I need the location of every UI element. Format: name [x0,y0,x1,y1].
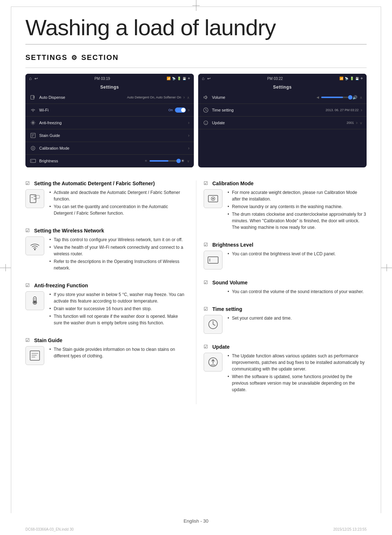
svg-rect-36 [208,257,218,263]
bullet-item: Tap this control to configure your Wirel… [49,236,185,243]
reg-mark-right [381,264,392,271]
section-anti-freezing-body: If you store your washer in below 5 °C, … [25,291,185,327]
calibration-bullets: For more accurate weight detection, plea… [227,189,367,232]
section-calibration-title: Calibration Mode [212,181,254,186]
screen-row-auto-dispense: Auto Dispense Auto Detergent On, Auto So… [25,91,194,104]
screen-row-volume: Volume ◀ 🔊 ∧ [198,91,367,104]
dispense-icon [30,94,36,101]
brightness-slider-track[interactable] [150,160,179,162]
section-brightness: ☑ Brightness Level You can control the b… [204,242,367,269]
back-icon: ↩ [34,76,38,81]
bullet-item: Remove laundry or any contents in the wa… [227,203,367,210]
stain-guide-value: › [188,133,189,138]
wifi-toggle[interactable] [175,108,186,113]
anti-freezing-icon-box [25,291,44,310]
wifi-icon [30,107,36,113]
update-value: 2001 › ∨ [347,120,362,125]
section-wireless-title: Setting the Wireless Network [34,228,104,234]
volume-slider-container: ◀ 🔊 ∧ [317,95,362,100]
brightness-high-icon: ☀ [181,158,185,163]
svg-rect-0 [31,96,34,100]
chevron-right-update: › [356,120,358,125]
bullet-item: When the software is updated, some funct… [227,373,367,393]
check-icon-8: ☑ [204,306,209,312]
screen-left-header: ⌂ ↩ PM 03:19 📶 📡 🔋 💾 + [25,74,194,83]
wifi-status-icon-r: 📶 [339,77,343,80]
home-icon: ⌂ [29,76,32,81]
svg-line-18 [206,110,207,111]
page-border-left [11,7,11,513]
footer-meta-right: 2015/12/25 13:23:55 [333,527,367,531]
page-border-right [381,7,381,513]
scroll-up-r-icon: ∧ [360,96,362,100]
sd-icon: 💾 [183,77,186,80]
volume-slider-track[interactable] [321,97,350,98]
chevron-right-icon3: › [188,120,189,125]
brightness-bullets: You can control the brightness level of … [227,251,367,258]
time-setting-icon-box [204,315,222,334]
calibration-value: › [188,146,189,151]
scroll-down-icon: ∨ [187,159,189,163]
screen-right-time: PM 03:22 [267,77,283,81]
screen-row-calibration: Calibration Mode › [25,142,194,155]
section-update-title: Update [212,344,229,350]
check-icon-5: ☑ [204,181,209,186]
signal-icon: 📡 [172,77,176,80]
section-anti-freezing-title: Anti-freezing Function [34,283,88,288]
back-icon-r: ↩ [207,76,211,81]
section-calibration: ☑ Calibration Mode For more accurate wei… [204,181,367,232]
chevron-right-time: › [361,108,362,113]
svg-text:i: i [205,122,206,125]
sound-volume-bullets: You can control the volume of the sound … [227,288,364,295]
anti-freezing-bullets: If you store your washer in below 5 °C, … [49,291,185,327]
stain-guide-label: Stain Guide [39,133,60,138]
section-update: ☑ Update The Update functi [204,344,367,394]
bullet-item: You can control the volume of the sound … [227,288,364,295]
check-icon-4: ☑ [25,337,31,343]
screen-row-time-setting: Time setting 2013. 06. 27 PM 03:22 › [198,104,367,117]
stain-guide-icon-box [25,346,44,365]
svg-point-24 [34,249,36,250]
section-time-setting-title: Time setting [212,306,242,312]
screen-left-time: PM 03:19 [94,77,110,81]
anti-freezing-value: › [188,120,189,125]
calibration-icon-box [204,189,222,208]
section-brightness-body: You can control the brightness level of … [204,251,367,269]
screen-left: ⌂ ↩ PM 03:19 📶 📡 🔋 💾 + Settings [25,74,194,167]
update-screen-icon: i [203,119,209,126]
footer-page-number: English - 30 [184,518,209,524]
bullet-item: The drum rotates clockwise and countercl… [227,211,367,231]
calibration-screen-icon [30,145,36,151]
anti-freezing-label: Anti-freezing [39,121,62,125]
section-divider [25,68,367,68]
screen-row-brightness: Brightness ☀ ☀ ∨ [25,155,194,167]
check-icon-9: ☑ [204,344,209,350]
footer: English - 30 [0,518,392,524]
section-stain-guide-title: Stain Guide [34,337,62,343]
chevron-right-icon: › [183,95,185,100]
plus-icon-r: + [360,76,363,81]
section-auto-detergent-title: Setting the Automatic Detergent / Fabric… [34,181,155,186]
gear-icon: ⚙ [71,54,78,62]
scroll-up-icon: ∧ [187,96,189,100]
brightness-slider-container: ☀ ☀ ∨ [144,158,189,163]
check-icon-2: ☑ [25,228,31,234]
bullet-item: If you store your washer in below 5 °C, … [49,291,185,304]
stain-guide-bullets: The Stain guide provides information on … [49,346,185,360]
reg-mark-left [0,264,11,271]
screen-right: ⌂ ↩ PM 03:22 📶 📡 🔋 💾 + Settings [198,74,367,167]
section-auto-detergent: ☑ Setting the Automatic Detergent / Fabr… [25,181,185,218]
screen-right-header: ⌂ ↩ PM 03:22 📶 📡 🔋 💾 + [198,74,367,83]
footer-meta-left: DC68-03366A-03_EN.indd 30 [25,527,74,531]
bullet-item: You can set the quantity and concentrati… [49,203,185,216]
update-bullets: The Update function allows various updat… [227,353,367,394]
sd-icon-r: 💾 [355,77,359,80]
screen-row-anti-freezing: Anti-freezing › [25,117,194,129]
screen-row-stain-guide: Stain Guide › [25,129,194,142]
svg-point-35 [212,198,214,199]
bullet-item: Drain water for successive 16 hours and … [49,305,185,312]
content-right: ☑ Calibration Mode For more accurate wei… [196,181,367,404]
section-wireless-header: ☑ Setting the Wireless Network [25,228,185,234]
screen-row-update: i Update 2001 › ∨ [198,117,367,129]
check-icon-6: ☑ [204,242,209,248]
